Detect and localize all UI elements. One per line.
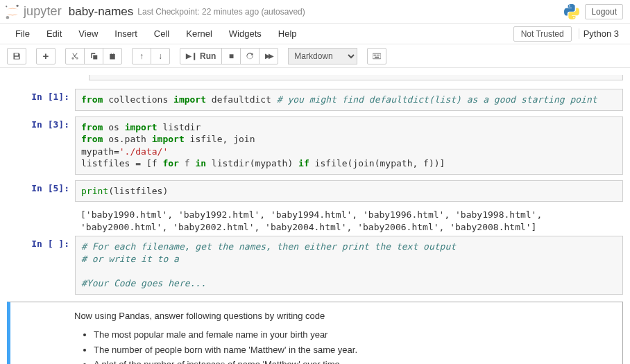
menu-help[interactable]: Help — [270, 26, 305, 42]
menu-view[interactable]: View — [70, 26, 106, 42]
move-down-button[interactable]: ↓ — [151, 48, 170, 64]
code-input[interactable]: from collections import defaultdict # yo… — [75, 89, 623, 111]
cut-button[interactable] — [65, 48, 85, 64]
copy-icon — [90, 52, 98, 60]
menu-kernel[interactable]: Kernel — [178, 26, 221, 42]
svg-point-2 — [6, 6, 7, 7]
python-icon — [564, 4, 579, 19]
run-icon: ▶❙ — [186, 52, 197, 60]
svg-rect-6 — [377, 54, 378, 55]
paste-icon — [108, 52, 117, 60]
input-prompt: In [5]: — [7, 180, 75, 202]
code-input[interactable]: # For each filename, get the names, then… — [75, 236, 623, 294]
svg-rect-7 — [379, 54, 380, 55]
list-item: A plot of the number of instances of nam… — [94, 358, 613, 364]
code-cell[interactable]: In [5]: print(listfiles) — [7, 177, 623, 205]
menu-file[interactable]: File — [7, 26, 38, 42]
input-prompt: In [3]: — [7, 116, 75, 175]
markdown-list: The most popular male and female name in… — [74, 328, 613, 364]
logout-button[interactable]: Logout — [585, 4, 623, 19]
notebook-container: In [1]: from collections import defaultd… — [0, 68, 630, 364]
svg-point-0 — [16, 4, 18, 6]
command-palette-button[interactable] — [367, 48, 386, 64]
markdown-intro: Now using Pandas, answer following quest… — [74, 309, 613, 323]
output-prompt — [7, 205, 75, 233]
cut-icon — [71, 52, 79, 60]
save-button[interactable] — [7, 48, 26, 64]
cell-type-select[interactable]: Markdown — [288, 48, 357, 64]
svg-point-1 — [6, 16, 9, 19]
menu-insert[interactable]: Insert — [106, 26, 146, 42]
svg-rect-8 — [375, 56, 379, 58]
jupyter-text: jupyter — [24, 4, 62, 19]
not-trusted-button[interactable]: Not Trusted — [513, 26, 572, 42]
add-cell-button[interactable]: + — [36, 48, 56, 64]
svg-rect-3 — [373, 53, 381, 59]
logo-area[interactable]: jupyter — [4, 3, 62, 20]
run-label: Run — [200, 51, 216, 61]
list-item: The number of people born with name 'Mat… — [94, 343, 613, 357]
restart-button[interactable] — [240, 48, 259, 64]
input-prompt: In [1]: — [7, 89, 75, 111]
menu-widgets[interactable]: Widgets — [221, 26, 270, 42]
checkpoint-text: Last Checkpoint: 22 minutes ago (autosav… — [137, 7, 305, 17]
interrupt-button[interactable]: ■ — [221, 48, 241, 64]
markdown-rendered[interactable]: Now using Pandas, answer following quest… — [10, 302, 622, 364]
copy-button[interactable] — [84, 48, 103, 64]
menu-edit[interactable]: Edit — [38, 26, 70, 42]
code-input[interactable]: print(listfiles) — [75, 180, 623, 202]
save-icon — [12, 52, 21, 60]
paste-button[interactable] — [103, 48, 122, 64]
markdown-cell-selected[interactable]: Now using Pandas, answer following quest… — [7, 302, 623, 364]
menu-cell[interactable]: Cell — [146, 26, 178, 42]
fast-forward-icon: ▶▶ — [265, 52, 272, 60]
code-input[interactable]: from os import listdir from os.path impo… — [75, 116, 623, 175]
code-cell[interactable]: In [ ]: # For each filename, get the nam… — [7, 233, 623, 297]
header: jupyter baby-names Last Checkpoint: 22 m… — [0, 0, 630, 24]
header-right: Logout — [564, 4, 623, 19]
toolbar: + ↑ ↓ ▶❙ Run ■ ▶▶ Markdown — [0, 44, 630, 68]
code-cell[interactable]: In [3]: from os import listdir from os.p… — [7, 114, 623, 177]
restart-run-all-button[interactable]: ▶▶ — [259, 48, 278, 64]
output-text: ['baby1990.html', 'baby1992.html', 'baby… — [75, 205, 623, 233]
list-item: The most popular male and female name in… — [94, 328, 613, 342]
svg-rect-4 — [374, 54, 375, 55]
kernel-indicator[interactable]: Python 3 — [579, 28, 623, 39]
move-up-button[interactable]: ↑ — [132, 48, 151, 64]
jupyter-icon — [4, 3, 21, 20]
restart-icon — [246, 52, 254, 60]
code-cell[interactable]: In [1]: from collections import defaultd… — [7, 86, 623, 114]
svg-rect-5 — [375, 54, 377, 55]
menubar: File Edit View Insert Cell Kernel Widget… — [0, 24, 630, 44]
input-prompt: In [ ]: — [7, 236, 75, 294]
cell-output: ['baby1990.html', 'baby1992.html', 'baby… — [7, 205, 623, 233]
previous-cell-stub[interactable] — [89, 75, 623, 80]
run-button[interactable]: ▶❙ Run — [180, 48, 222, 64]
keyboard-icon — [373, 52, 381, 60]
notebook-name[interactable]: baby-names — [69, 5, 134, 19]
